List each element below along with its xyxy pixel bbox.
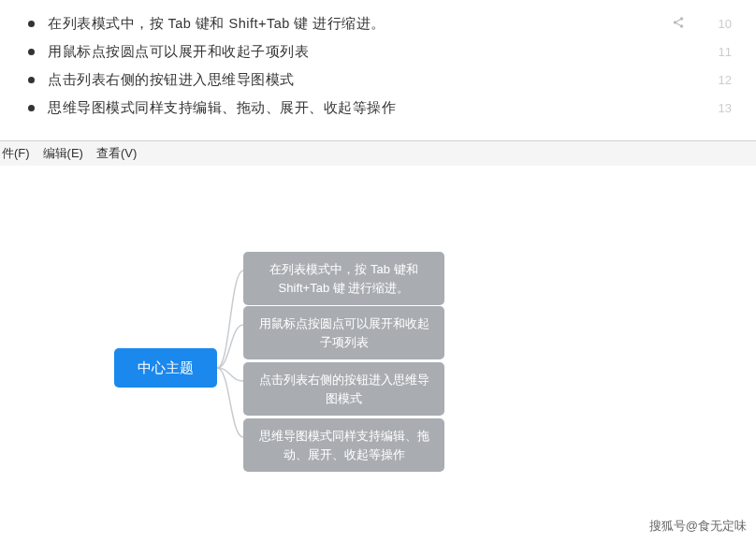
mindmap-child-node[interactable]: 思维导图模式同样支持编辑、拖动、展开、收起等操作 — [243, 418, 444, 472]
line-number: 10 — [711, 17, 732, 31]
outline-list: 在列表模式中，按 Tab 键和 Shift+Tab 键 进行缩进。 10 用鼠标… — [0, 0, 756, 140]
bullet-icon[interactable] — [28, 77, 35, 83]
line-number: 12 — [711, 73, 732, 87]
bullet-icon[interactable] — [28, 105, 35, 111]
svg-point-1 — [674, 21, 677, 24]
mindmap-center-node[interactable]: 中心主题 — [114, 348, 217, 388]
child-node-label: 思维导图模式同样支持编辑、拖动、展开、收起等操作 — [259, 429, 429, 461]
mindmap-child-node[interactable]: 点击列表右侧的按钮进入思维导图模式 — [243, 362, 444, 416]
mindmap-child-node[interactable]: 用鼠标点按圆点可以展开和收起子项列表 — [243, 306, 444, 359]
list-item-text[interactable]: 点击列表右侧的按钮进入思维导图模式 — [48, 71, 711, 89]
menubar: 件(F) 编辑(E) 查看(V) — [0, 140, 756, 166]
bullet-icon[interactable] — [28, 49, 35, 55]
child-node-label: 点击列表右侧的按钮进入思维导图模式 — [259, 373, 429, 405]
menu-view[interactable]: 查看(V) — [96, 145, 137, 162]
child-node-label: 用鼠标点按圆点可以展开和收起子项列表 — [259, 316, 429, 349]
list-item-text[interactable]: 在列表模式中，按 Tab 键和 Shift+Tab 键 进行缩进。 — [48, 15, 672, 33]
svg-point-0 — [680, 17, 684, 21]
list-item[interactable]: 用鼠标点按圆点可以展开和收起子项列表 11 — [28, 37, 737, 66]
line-number: 11 — [711, 45, 732, 59]
list-item[interactable]: 点击列表右侧的按钮进入思维导图模式 12 — [28, 66, 737, 94]
list-item[interactable]: 在列表模式中，按 Tab 键和 Shift+Tab 键 进行缩进。 10 — [28, 9, 737, 37]
line-number: 13 — [711, 101, 732, 115]
list-item-text[interactable]: 用鼠标点按圆点可以展开和收起子项列表 — [48, 43, 711, 61]
bullet-icon[interactable] — [28, 21, 35, 27]
menu-edit[interactable]: 编辑(E) — [43, 145, 83, 162]
svg-point-2 — [680, 24, 684, 28]
list-item-text[interactable]: 思维导图模式同样支持编辑、拖动、展开、收起等操作 — [48, 99, 711, 117]
share-icon[interactable] — [672, 16, 685, 32]
mindmap-canvas[interactable]: 中心主题 在列表模式中，按 Tab 键和 Shift+Tab 键 进行缩进。 用… — [0, 166, 756, 512]
menu-file[interactable]: 件(F) — [2, 145, 30, 162]
watermark-text: 搜狐号@食无定味 — [649, 518, 747, 535]
center-node-label: 中心主题 — [138, 359, 194, 377]
child-node-label: 在列表模式中，按 Tab 键和 Shift+Tab 键 进行缩进。 — [269, 262, 417, 295]
list-item[interactable]: 思维导图模式同样支持编辑、拖动、展开、收起等操作 13 — [28, 94, 737, 122]
mindmap-child-node[interactable]: 在列表模式中，按 Tab 键和 Shift+Tab 键 进行缩进。 — [243, 252, 444, 305]
